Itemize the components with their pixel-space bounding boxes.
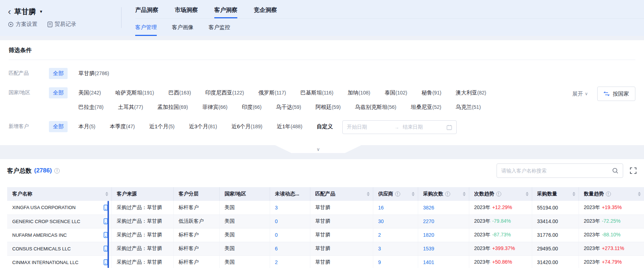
column-header[interactable]: 未读动态... ! (270, 187, 310, 201)
country-filter-option[interactable]: 澳大利亚(82) (456, 89, 486, 96)
product-name[interactable]: 草甘膦 (14, 7, 36, 17)
new-customer-filter-option[interactable]: 本季度(47) (110, 123, 135, 130)
info-icon[interactable]: ! (395, 191, 400, 197)
option-name: 泰国 (385, 89, 396, 96)
country-filter-option[interactable]: 巴基斯坦(116) (300, 89, 333, 96)
sort-icon[interactable] (105, 192, 108, 196)
sub-tab[interactable]: 客户管理 (135, 19, 157, 36)
country-filter-option[interactable]: 泰国(102) (385, 89, 407, 96)
scheme-settings-button[interactable]: 方案设置 (8, 21, 37, 28)
customer-name-link[interactable]: GENERIC CROP SCIENCE LLC (12, 219, 80, 224)
country-filter-option[interactable]: 菲律宾(66) (202, 104, 228, 111)
customer-name-link[interactable]: XINGFA USA CORPORATION (12, 205, 76, 210)
date-range-input[interactable]: 开始日期 → 结束日期 (342, 120, 457, 134)
purchase-times-link[interactable]: 1401 (423, 259, 434, 265)
new-customer-filter-option[interactable]: 近3个月(81) (189, 123, 217, 130)
customer-name-link[interactable]: CONSUS CHEMICALS LLC (12, 246, 71, 251)
column-header[interactable]: 客户来源 ! (111, 187, 173, 201)
supplier-count-link[interactable]: 9 (378, 259, 381, 265)
country-filter-option[interactable]: 巴拉圭(78) (78, 104, 104, 111)
main-tab[interactable]: 产品洞察 (135, 6, 158, 18)
all-chip-new-customer[interactable]: 全部 (49, 121, 68, 132)
chevron-down-icon[interactable]: ▼ (39, 9, 43, 14)
new-customer-filter-option[interactable]: 近6个月(189) (232, 123, 262, 130)
by-country-button[interactable]: 按国家 (597, 87, 635, 101)
purchase-times-link[interactable]: 1539 (423, 246, 434, 251)
supplier-count-link[interactable]: 2 (378, 232, 381, 238)
new-customer-filter-option[interactable]: 本月(5) (78, 123, 95, 130)
collapse-filter-button[interactable]: ∨ (275, 145, 361, 153)
column-header[interactable]: 次数趋势 ! (469, 187, 532, 201)
sort-icon[interactable] (638, 192, 641, 196)
country-filter-option[interactable]: 乌兹别克斯坦(56) (355, 104, 396, 111)
country-filter-option[interactable]: 阿根廷(59) (315, 104, 341, 111)
search-icon[interactable] (612, 167, 618, 174)
trade-records-button[interactable]: 贸易记录 (47, 21, 76, 28)
country-filter-option[interactable]: 秘鲁(91) (421, 89, 441, 96)
sort-icon[interactable] (526, 192, 529, 196)
main-tab[interactable]: 客户洞察 (214, 6, 237, 18)
info-icon[interactable]: ! (54, 168, 60, 174)
country-filter-option[interactable]: 土耳其(77) (118, 104, 143, 111)
all-chip-product[interactable]: 全部 (49, 68, 68, 79)
country-filter-option[interactable]: 印度尼西亚(122) (205, 89, 244, 96)
column-header[interactable]: 供应商 ! (373, 187, 418, 201)
supplier-count-link[interactable]: 16 (378, 205, 384, 211)
country-filter-option[interactable]: 乌克兰(51) (456, 104, 481, 111)
sub-tab[interactable]: 客户监控 (209, 19, 230, 36)
all-chip-country[interactable]: 全部 (49, 87, 68, 98)
unread-updates-link[interactable]: 3 (275, 205, 278, 211)
search-input[interactable] (501, 168, 612, 174)
unread-updates-link[interactable]: 0 (275, 232, 278, 238)
country-filter-option[interactable]: 巴西(163) (168, 89, 191, 96)
option-name: 巴拉圭 (78, 104, 95, 110)
purchase-times-link[interactable]: 1820 (423, 232, 434, 238)
unread-updates-link[interactable]: 0 (275, 218, 278, 224)
unread-updates-link[interactable]: 6 (275, 246, 278, 251)
column-header[interactable]: 匹配产品 ! (310, 187, 373, 201)
expand-toggle[interactable]: 展开∨ (572, 91, 588, 97)
column-header[interactable]: 国家/地区 ! (219, 187, 270, 201)
country-filter-option[interactable]: 美国(242) (78, 89, 101, 96)
country-filter-option[interactable]: 乌干达(59) (276, 104, 301, 111)
customer-name-link[interactable]: NUFARM AMERICAS INC (12, 232, 67, 238)
country-filter-option[interactable]: 哈萨克斯坦(191) (115, 89, 154, 96)
times-trend-cell: 2023年+399.37% (469, 242, 532, 255)
country-filter-option[interactable]: 坦桑尼亚(52) (411, 104, 441, 111)
supplier-count-link[interactable]: 30 (378, 218, 384, 224)
country-filter-option[interactable]: 俄罗斯(117) (259, 89, 286, 96)
customer-name-link[interactable]: CINMAX INTERNATIONAL LLC (12, 260, 78, 265)
column-header[interactable]: 客户分层 ! (173, 187, 219, 201)
main-tab[interactable]: 竞企洞察 (254, 6, 277, 18)
country-filter-option[interactable]: 加纳(108) (348, 89, 370, 96)
option-count: (2786) (95, 70, 109, 76)
purchase-times-link[interactable]: 3826 (423, 205, 434, 211)
column-header[interactable]: 客户名称 ! (7, 187, 111, 201)
country-filter-option[interactable]: 印度(66) (242, 104, 262, 111)
custom-date-label[interactable]: 自定义 (317, 123, 333, 134)
customer-source-cell: 采购过产品：草甘膦 (111, 214, 173, 228)
country-filter-option[interactable]: 孟加拉国(69) (157, 104, 188, 111)
sort-icon[interactable] (572, 192, 575, 196)
fullscreen-button[interactable] (630, 167, 637, 174)
back-icon[interactable]: ‹ (8, 7, 11, 16)
column-header[interactable]: 采购次数 ! (418, 187, 469, 201)
info-icon[interactable]: ! (606, 191, 611, 197)
sort-icon[interactable] (463, 192, 466, 196)
sort-icon[interactable] (367, 192, 370, 196)
column-header[interactable]: 数量趋势 ! (579, 187, 644, 201)
new-customer-filter-option[interactable]: 近1年(488) (277, 123, 302, 130)
column-header[interactable]: 采购数量 ! (532, 187, 579, 201)
fixed-column-scrollbar[interactable] (108, 201, 109, 268)
info-icon[interactable]: ! (445, 191, 450, 197)
new-customer-filter-option[interactable]: 近1个月(5) (149, 123, 174, 130)
unread-updates-link[interactable]: 2 (275, 259, 278, 265)
product-filter-option[interactable]: 草甘膦(2786) (78, 70, 109, 77)
country-options-line2: 巴拉圭(78)土耳其(77)孟加拉国(69)菲律宾(66)印度(66)乌干达(5… (78, 101, 486, 113)
supplier-count-link[interactable]: 3 (378, 246, 381, 251)
sub-tab[interactable]: 客户画像 (172, 19, 193, 36)
main-tab[interactable]: 市场洞察 (175, 6, 198, 18)
info-icon[interactable]: ! (496, 191, 501, 197)
purchase-times-link[interactable]: 2270 (423, 218, 434, 224)
sort-icon[interactable] (412, 192, 415, 196)
